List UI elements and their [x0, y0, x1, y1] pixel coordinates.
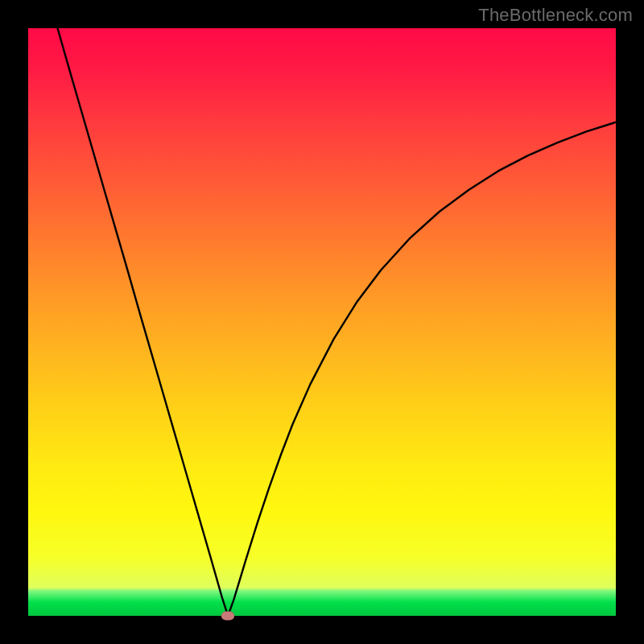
optimal-point-marker [221, 612, 234, 621]
watermark-text: TheBottleneck.com [478, 5, 633, 26]
plot-area [28, 28, 616, 616]
chart-frame: TheBottleneck.com [0, 0, 644, 644]
bottleneck-curve [28, 28, 616, 616]
